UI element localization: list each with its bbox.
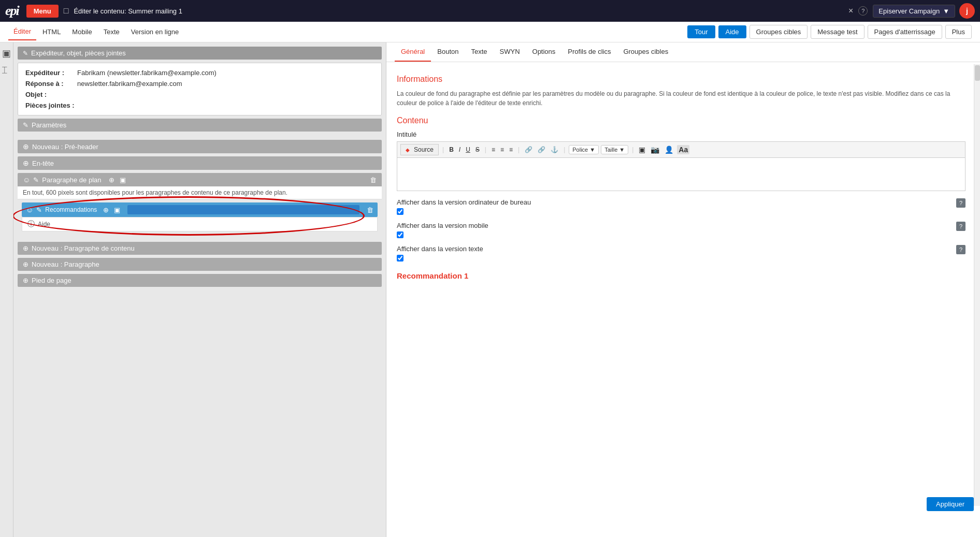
right-content: Informations La couleur de fond du parag… (386, 62, 980, 293)
pencil-icon-2: ✎ (23, 121, 28, 129)
afficher-mobile-help[interactable]: ? (956, 222, 965, 231)
anchor-icon[interactable]: ⚓ (549, 146, 560, 154)
underline-button[interactable]: U (464, 146, 472, 154)
add-icon[interactable]: ⊕ (109, 176, 114, 184)
nav-html[interactable]: HTML (37, 24, 66, 40)
episerver-dropdown[interactable]: Episerver Campaign ▼ (873, 5, 955, 18)
align-center-icon[interactable]: ≡ (499, 146, 506, 154)
table-icon[interactable]: ▣ (637, 145, 647, 154)
objet-row: Objet : (25, 89, 374, 100)
nouveau-preheader-bar[interactable]: ⊕ Nouveau : Pré-header (18, 140, 382, 153)
afficher-bureau-help[interactable]: ? (956, 198, 965, 208)
tour-button[interactable]: Tour (687, 25, 715, 38)
afficher-texte-label: Afficher dans la version texte (397, 245, 953, 253)
close-icon[interactable]: × (848, 6, 853, 16)
aide-button[interactable]: Aide (718, 25, 746, 38)
mobile-icon[interactable]: ⌶ (2, 65, 11, 75)
nav-mobile[interactable]: Mobile (67, 24, 97, 40)
user-avatar[interactable]: j (959, 3, 975, 19)
plan-header[interactable]: ☺ ✎ Paragraphe de plan ⊕ ▣ 🗑 (18, 173, 382, 186)
paragraphe-plan-label: Paragraphe de plan (42, 176, 101, 184)
en-tete-bar[interactable]: ⊕ En-tête (18, 156, 382, 170)
pencil-icon: ✎ (23, 50, 28, 57)
scrollbar[interactable] (974, 64, 980, 506)
delete-icon-2[interactable]: 🗑 (367, 206, 373, 214)
link-icon[interactable]: 🔗 (523, 146, 534, 154)
police-dropdown[interactable]: Police ▼ (569, 145, 599, 154)
tab-title: Éditer le contenu: Summer mailing 1 (74, 7, 843, 15)
tab-general[interactable]: Général (395, 42, 431, 62)
sender-section-bar[interactable]: ✎ Expéditeur, objet, pièces jointes (18, 47, 382, 60)
nav-texte[interactable]: Texte (98, 24, 125, 40)
right-tabs: Général Bouton Texte SWYN Options Profil… (386, 42, 980, 62)
editor-toolbar: ◆ Source | B I U S | ≡ ≡ ≡ | 🔗 🔗 ⚓ | Pol… (397, 141, 965, 157)
tab-options[interactable]: Options (526, 42, 562, 62)
nouveau-paragraphe-label: Nouveau : Paragraphe (32, 260, 99, 268)
message-test-button[interactable]: Message test (811, 25, 864, 39)
user-icon: ☺ (23, 176, 30, 184)
toolbar: Éditer HTML Mobile Texte Version en lign… (0, 22, 980, 42)
nav-editer[interactable]: Éditer (8, 23, 36, 40)
recommandations-label: Recommandations (45, 206, 97, 213)
informations-title: Informations (397, 75, 965, 84)
text-format-icon[interactable]: Aa (677, 145, 689, 154)
afficher-texte-checkbox[interactable] (397, 255, 403, 262)
expediteur-label: Expéditeur : (25, 69, 77, 77)
afficher-texte-help[interactable]: ? (956, 245, 965, 254)
info-section: Expéditeur : Fabrikam (newsletter.fabrik… (18, 63, 382, 115)
separator-2: | (483, 146, 488, 154)
delete-icon[interactable]: 🗑 (370, 176, 377, 184)
nouveau-paragraphe-contenu-label: Nouveau : Paragraphe de contenu (32, 244, 135, 252)
taille-dropdown[interactable]: Taille ▼ (601, 145, 628, 154)
nav-version-en-ligne[interactable]: Version en ligne (126, 24, 184, 40)
italic-button[interactable]: I (457, 146, 462, 154)
copy-icon-2[interactable]: ▣ (114, 206, 120, 214)
pied-de-page-bar[interactable]: ⊕ Pied de page (18, 274, 382, 287)
expediteur-value: Fabrikam (newsletter.fabrikam@example.co… (77, 69, 217, 77)
person-icon[interactable]: 👤 (663, 145, 675, 154)
parametres-bar[interactable]: ✎ Paramètres (18, 119, 382, 132)
copy-icon[interactable]: ▣ (120, 176, 126, 184)
afficher-mobile-checkbox[interactable] (397, 231, 403, 238)
appliquer-button[interactable]: Appliquer (927, 497, 974, 511)
groupes-cibles-button[interactable]: Groupes cibles (750, 25, 808, 39)
nouveau-preheader-label: Nouveau : Pré-header (32, 143, 98, 151)
align-left-icon[interactable]: ≡ (490, 146, 497, 154)
help-icon[interactable]: ? (858, 6, 868, 16)
tab-profils-clics[interactable]: Profils de clics (561, 42, 617, 62)
tab-bouton[interactable]: Bouton (431, 42, 465, 62)
plus-icon-5: ⊕ (23, 277, 28, 284)
plus-button[interactable]: Plus (945, 25, 972, 39)
desktop-icon[interactable]: ▣ (2, 48, 11, 59)
tab-groupes-cibles[interactable]: Groupes cibles (617, 42, 674, 62)
separator-1: | (441, 146, 445, 154)
afficher-texte-checkbox-row (397, 255, 953, 263)
sender-section-label: Expéditeur, objet, pièces jointes (31, 49, 126, 57)
pieces-label: Pièces jointes : (25, 101, 77, 109)
source-button[interactable]: ◆ Source (400, 144, 439, 155)
menu-button[interactable]: Menu (26, 5, 59, 18)
image-icon[interactable]: 📷 (649, 145, 661, 154)
pages-atterrissage-button[interactable]: Pages d'atterrissage (868, 25, 942, 39)
afficher-bureau-content: Afficher dans la version ordinateur de b… (397, 198, 953, 216)
pied-de-page-label: Pied de page (32, 277, 71, 284)
editor-area[interactable] (397, 157, 965, 191)
tab-texte[interactable]: Texte (465, 42, 493, 62)
left-panel: ✎ Expéditeur, objet, pièces jointes Expé… (13, 42, 386, 537)
separator-4: | (562, 146, 567, 154)
add-icon-2[interactable]: ⊕ (103, 206, 109, 214)
strikethrough-button[interactable]: S (474, 146, 481, 154)
afficher-bureau-checkbox[interactable] (397, 208, 403, 215)
bold-button[interactable]: B (448, 146, 455, 154)
nouveau-paragraphe-contenu-bar[interactable]: ⊕ Nouveau : Paragraphe de contenu (18, 242, 382, 255)
pencil-icon-4: ✎ (36, 206, 42, 214)
tab-swyn[interactable]: SWYN (494, 42, 526, 62)
unlink-icon[interactable]: 🔗 (536, 146, 547, 154)
recommandations-bar[interactable]: ☺ ✎ Recommandations ⊕ ▣ 🗑 (22, 202, 378, 217)
afficher-mobile-checkbox-row (397, 231, 953, 240)
align-right-icon[interactable]: ≡ (508, 146, 514, 154)
plan-block: ☺ ✎ Paragraphe de plan ⊕ ▣ 🗑 En tout, 60… (18, 173, 382, 235)
main-layout: ▣ ⌶ ✎ Expéditeur, objet, pièces jointes … (0, 42, 980, 537)
nouveau-paragraphe-bar[interactable]: ⊕ Nouveau : Paragraphe (18, 258, 382, 271)
plus-icon: ⊕ (23, 142, 29, 151)
